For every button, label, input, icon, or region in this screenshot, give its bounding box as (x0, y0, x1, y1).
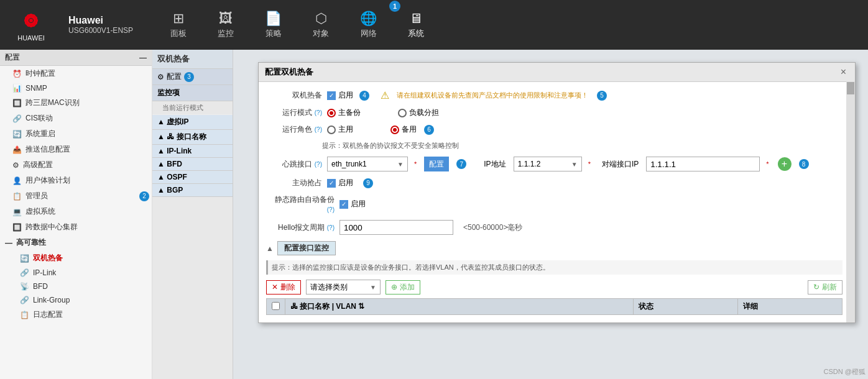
ip-addr-value: 1.1.1.2 (518, 160, 541, 168)
heartbeat-select-arrow: ▼ (397, 161, 404, 168)
radio-master-backup[interactable]: 主备份 (327, 107, 361, 118)
sidebar-item-snmp[interactable]: 📊 SNMP (0, 81, 152, 95)
nav-wangluo[interactable]: 🌐 网络 1 (348, 6, 389, 44)
sidebar-item-admin-label: 管理员 (25, 191, 48, 201)
nav-celue-label: 策略 (265, 28, 282, 39)
sidebar-item-bfd[interactable]: 📡 BFD (0, 280, 152, 293)
enable-checkbox-box[interactable] (327, 91, 336, 100)
current-mode-item[interactable]: 当前运行模式 (152, 101, 233, 115)
static-route-checkbox-box[interactable] (339, 200, 348, 209)
sidebar-item-iplink[interactable]: 🔗 IP-Link (0, 266, 152, 280)
monitor-table: 🖧 接口名称 | VLAN ⇅ 状态 详细 (266, 298, 843, 315)
config-button[interactable]: 配置 (424, 157, 449, 171)
ospf-section[interactable]: ▲ OSPF (152, 171, 233, 184)
virt-sys-icon: 💻 (12, 208, 22, 216)
dialog-titlebar: 配置双机热备 × (259, 63, 855, 82)
clock-icon: ⏰ (12, 70, 22, 78)
gear-icon: ⚙ (157, 73, 164, 81)
preempt-checkbox-box[interactable] (327, 179, 336, 188)
type-select-arrow: ▼ (370, 284, 376, 291)
dialog-title: 配置双机热备 (265, 66, 313, 78)
sidebar-item-virt-sys-label: 虚拟系统 (25, 206, 55, 217)
sidebar-item-push-label: 推送信息配置 (25, 144, 70, 155)
dialog-close-button[interactable]: × (838, 66, 849, 78)
sidebar-item-virt-sys[interactable]: 💻 虚拟系统 (0, 204, 152, 219)
help-icon-hello[interactable]: (?) (327, 224, 335, 231)
type-select[interactable]: 请选择类别 ▼ (306, 280, 381, 295)
interface-name-section[interactable]: ▲ 🖧 接口名称 (152, 130, 233, 145)
scrollbar[interactable] (846, 81, 855, 322)
help-icon-mode[interactable]: (?) (315, 109, 322, 116)
sidebar-item-datacenter[interactable]: 🔲 跨数据中心集群 (0, 219, 152, 235)
virtual-ip-section[interactable]: ▲ 虚拟IP (152, 115, 233, 130)
sort-icon: ⇅ (358, 302, 364, 311)
hello-period-input[interactable] (339, 220, 453, 235)
sidebar-item-admin[interactable]: 📋 管理员 2 (0, 188, 152, 204)
nav-mianban[interactable]: ⊞ 面板 (158, 6, 199, 44)
radio-backup[interactable]: 备用 6 (390, 124, 434, 135)
sidebar-item-cis[interactable]: 🔗 CIS联动 (0, 111, 152, 126)
heartbeat-select[interactable]: eth_trunk1 ▼ (327, 157, 408, 171)
run-role-radio-group: 主用 备用 6 (327, 124, 434, 135)
enable-checkbox[interactable]: 启用 4 (327, 90, 369, 101)
master-label: 主用 (338, 124, 353, 135)
ip-addr-select[interactable]: 1.1.1.2 ▼ (514, 157, 582, 171)
bgp-section[interactable]: ▲ BGP (152, 184, 233, 197)
select-all-checkbox[interactable] (272, 302, 280, 310)
logo-text: HUAWEI (17, 34, 45, 42)
sidebar-item-shijian[interactable]: ⏰ 时钟配置 (0, 66, 152, 81)
radio-load-balance[interactable]: 负载分担 (398, 107, 439, 118)
refresh-button[interactable]: ↻ 刷新 (808, 280, 843, 295)
mac-icon: 🔲 (12, 99, 22, 107)
annotation-2: 2 (139, 191, 149, 201)
ip-addr-label: IP地址 (484, 159, 506, 170)
col-checkbox (267, 299, 285, 315)
preempt-checkbox[interactable]: 启用 (327, 178, 353, 188)
sidebar-item-log[interactable]: 📋 日志配置 (0, 307, 152, 322)
delete-button[interactable]: ✕ 删除 (266, 280, 301, 295)
refresh-icon: ↻ (813, 283, 820, 291)
sidebar-item-ha[interactable]: — 高可靠性 (0, 235, 152, 250)
config-section[interactable]: ⚙ 配置 3 (152, 69, 233, 85)
sidebar-item-push[interactable]: 📤 推送信息配置 (0, 142, 152, 157)
radio-backup-circle[interactable] (390, 126, 399, 134)
duixiang-icon: ⬡ (315, 11, 327, 27)
add-peer-button[interactable]: + (778, 157, 792, 171)
help-icon-heartbeat[interactable]: (?) (315, 161, 322, 168)
monitor-section-title: 配置接口监控 (277, 241, 336, 255)
nav-duixiang[interactable]: ⬡ 对象 (300, 6, 341, 44)
peer-ip-input[interactable] (646, 157, 760, 171)
warning-text: 请在组建双机设备前先查阅产品文档中的使用限制和注意事项！ (397, 91, 588, 100)
radio-master-backup-circle[interactable] (327, 109, 336, 117)
radio-load-balance-circle[interactable] (398, 109, 407, 117)
sidebar-item-hotstandby[interactable]: 🔄 双机热备 (0, 250, 152, 266)
ip-link-section[interactable]: ▲ IP-Link (152, 145, 233, 158)
sidebar-item-linkgroup[interactable]: 🔗 Link-Group (0, 293, 152, 307)
sidebar-item-advanced[interactable]: ⚙ 高级配置 (0, 157, 152, 173)
nav-duixiang-label: 对象 (313, 28, 329, 39)
static-route-checkbox[interactable]: 启用 (339, 199, 366, 209)
nav-jiankong[interactable]: 🖼 监控 (205, 6, 246, 44)
sidebar-item-experience[interactable]: 👤 用户体验计划 (0, 173, 152, 188)
help-icon-role[interactable]: (?) (315, 126, 322, 133)
radio-master-circle[interactable] (327, 126, 336, 134)
nav-celue[interactable]: 📄 策略 (252, 6, 294, 44)
monitor-section-header[interactable]: 监控项 (152, 85, 233, 101)
add-button[interactable]: ⊕ 添加 (386, 280, 420, 295)
experience-icon: 👤 (12, 176, 22, 185)
collapse-monitor-icon[interactable]: ▲ (266, 244, 274, 253)
bfd-section[interactable]: ▲ BFD (152, 158, 233, 171)
sidebar-item-reboot[interactable]: 🔄 系统重启 (0, 126, 152, 142)
sidebar-item-experience-label: 用户体验计划 (25, 175, 70, 186)
nav-xitong[interactable]: 🖥 系统 (395, 6, 436, 44)
heartbeat-row: 心跳接口 (?) eth_trunk1 ▼ * 配置 7 IP地址 1.1.1.… (266, 157, 843, 171)
hello-period-hint: <500-60000>毫秒 (463, 222, 522, 233)
scrollbar-thumb[interactable] (847, 82, 854, 94)
radio-master[interactable]: 主用 (327, 124, 353, 135)
monitor-section-divider: ▲ 配置接口监控 (266, 241, 843, 255)
cis-icon: 🔗 (12, 114, 22, 123)
mianban-icon: ⊞ (173, 11, 184, 27)
help-icon-static[interactable]: (?) (327, 206, 335, 213)
collapse-icon[interactable]: — (139, 53, 147, 62)
sidebar-item-mac[interactable]: 🔲 跨三层MAC识别 (0, 95, 152, 111)
